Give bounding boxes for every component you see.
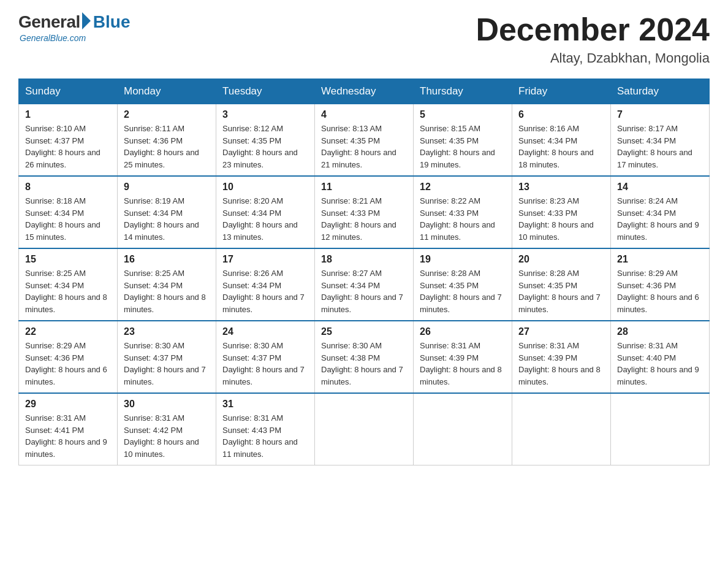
day-info: Sunrise: 8:25 AMSunset: 4:34 PMDaylight:… — [124, 267, 210, 315]
day-number: 25 — [321, 326, 407, 337]
page-header: General Blue GeneralBlue.com December 20… — [18, 12, 710, 66]
day-number: 28 — [617, 326, 703, 337]
day-cell — [512, 393, 611, 465]
weekday-header-saturday: Saturday — [611, 79, 710, 104]
day-info: Sunrise: 8:29 AMSunset: 4:36 PMDaylight:… — [617, 267, 703, 315]
day-cell: 30 Sunrise: 8:31 AMSunset: 4:42 PMDaylig… — [118, 393, 216, 465]
week-row-4: 22 Sunrise: 8:29 AMSunset: 4:36 PMDaylig… — [19, 321, 710, 393]
day-info: Sunrise: 8:31 AMSunset: 4:41 PMDaylight:… — [25, 412, 111, 460]
day-cell: 29 Sunrise: 8:31 AMSunset: 4:41 PMDaylig… — [19, 393, 118, 465]
day-info: Sunrise: 8:31 AMSunset: 4:39 PMDaylight:… — [420, 340, 506, 388]
day-cell: 12 Sunrise: 8:22 AMSunset: 4:33 PMDaylig… — [414, 176, 512, 248]
day-cell: 10 Sunrise: 8:20 AMSunset: 4:34 PMDaylig… — [216, 176, 315, 248]
day-info: Sunrise: 8:24 AMSunset: 4:34 PMDaylight:… — [617, 195, 703, 243]
day-info: Sunrise: 8:30 AMSunset: 4:37 PMDaylight:… — [124, 340, 210, 388]
day-cell: 3 Sunrise: 8:12 AMSunset: 4:35 PMDayligh… — [216, 104, 315, 177]
day-number: 30 — [124, 399, 210, 410]
day-info: Sunrise: 8:10 AMSunset: 4:37 PMDaylight:… — [25, 123, 111, 170]
day-info: Sunrise: 8:31 AMSunset: 4:42 PMDaylight:… — [124, 412, 210, 460]
day-cell: 24 Sunrise: 8:30 AMSunset: 4:37 PMDaylig… — [216, 321, 315, 393]
day-info: Sunrise: 8:31 AMSunset: 4:43 PMDaylight:… — [222, 412, 308, 460]
logo-blue-text: Blue — [93, 12, 131, 32]
day-cell: 27 Sunrise: 8:31 AMSunset: 4:39 PMDaylig… — [512, 321, 611, 393]
day-cell: 22 Sunrise: 8:29 AMSunset: 4:36 PMDaylig… — [19, 321, 118, 393]
day-cell: 14 Sunrise: 8:24 AMSunset: 4:34 PMDaylig… — [611, 176, 710, 248]
day-info: Sunrise: 8:23 AMSunset: 4:33 PMDaylight:… — [518, 195, 604, 243]
day-number: 24 — [222, 326, 308, 337]
day-cell: 31 Sunrise: 8:31 AMSunset: 4:43 PMDaylig… — [216, 393, 315, 465]
day-number: 31 — [222, 399, 308, 410]
month-title: December 2024 — [476, 12, 710, 47]
day-number: 4 — [321, 109, 407, 120]
day-number: 21 — [617, 254, 703, 265]
day-number: 8 — [25, 182, 111, 193]
day-cell — [611, 393, 710, 465]
day-info: Sunrise: 8:21 AMSunset: 4:33 PMDaylight:… — [321, 195, 407, 243]
day-info: Sunrise: 8:16 AMSunset: 4:34 PMDaylight:… — [518, 123, 604, 170]
day-cell: 28 Sunrise: 8:31 AMSunset: 4:40 PMDaylig… — [611, 321, 710, 393]
day-number: 16 — [124, 254, 210, 265]
day-cell: 15 Sunrise: 8:25 AMSunset: 4:34 PMDaylig… — [19, 248, 118, 321]
day-cell: 9 Sunrise: 8:19 AMSunset: 4:34 PMDayligh… — [118, 176, 216, 248]
day-number: 12 — [420, 182, 506, 193]
day-number: 29 — [25, 399, 111, 410]
day-cell: 25 Sunrise: 8:30 AMSunset: 4:38 PMDaylig… — [315, 321, 414, 393]
day-number: 1 — [25, 109, 111, 120]
location-title: Altay, Dzabkhan, Mongolia — [476, 50, 710, 66]
day-number: 17 — [222, 254, 308, 265]
day-info: Sunrise: 8:15 AMSunset: 4:35 PMDaylight:… — [420, 123, 506, 170]
day-cell: 4 Sunrise: 8:13 AMSunset: 4:35 PMDayligh… — [315, 104, 414, 177]
day-number: 20 — [518, 254, 604, 265]
day-info: Sunrise: 8:11 AMSunset: 4:36 PMDaylight:… — [124, 123, 210, 170]
title-section: December 2024 Altay, Dzabkhan, Mongolia — [476, 12, 710, 66]
day-cell: 17 Sunrise: 8:26 AMSunset: 4:34 PMDaylig… — [216, 248, 315, 321]
day-number: 19 — [420, 254, 506, 265]
day-number: 9 — [124, 182, 210, 193]
day-cell: 18 Sunrise: 8:27 AMSunset: 4:34 PMDaylig… — [315, 248, 414, 321]
day-info: Sunrise: 8:29 AMSunset: 4:36 PMDaylight:… — [25, 340, 111, 388]
day-info: Sunrise: 8:19 AMSunset: 4:34 PMDaylight:… — [124, 195, 210, 243]
day-info: Sunrise: 8:30 AMSunset: 4:37 PMDaylight:… — [222, 340, 308, 388]
day-number: 27 — [518, 326, 604, 337]
day-cell: 21 Sunrise: 8:29 AMSunset: 4:36 PMDaylig… — [611, 248, 710, 321]
day-cell: 19 Sunrise: 8:28 AMSunset: 4:35 PMDaylig… — [414, 248, 512, 321]
logo-general-text: General — [18, 12, 80, 32]
week-row-2: 8 Sunrise: 8:18 AMSunset: 4:34 PMDayligh… — [19, 176, 710, 248]
weekday-header-monday: Monday — [118, 79, 216, 104]
day-info: Sunrise: 8:12 AMSunset: 4:35 PMDaylight:… — [222, 123, 308, 170]
weekday-header-thursday: Thursday — [414, 79, 512, 104]
day-cell: 5 Sunrise: 8:15 AMSunset: 4:35 PMDayligh… — [414, 104, 512, 177]
day-number: 26 — [420, 326, 506, 337]
day-number: 3 — [222, 109, 308, 120]
day-info: Sunrise: 8:28 AMSunset: 4:35 PMDaylight:… — [518, 267, 604, 315]
day-number: 13 — [518, 182, 604, 193]
day-info: Sunrise: 8:20 AMSunset: 4:34 PMDaylight:… — [222, 195, 308, 243]
day-cell: 8 Sunrise: 8:18 AMSunset: 4:34 PMDayligh… — [19, 176, 118, 248]
day-number: 5 — [420, 109, 506, 120]
weekday-header-sunday: Sunday — [19, 79, 118, 104]
day-number: 11 — [321, 182, 407, 193]
logo: General Blue GeneralBlue.com — [18, 12, 130, 43]
weekday-header-row: SundayMondayTuesdayWednesdayThursdayFrid… — [19, 79, 710, 104]
day-cell: 11 Sunrise: 8:21 AMSunset: 4:33 PMDaylig… — [315, 176, 414, 248]
day-cell: 23 Sunrise: 8:30 AMSunset: 4:37 PMDaylig… — [118, 321, 216, 393]
day-cell — [315, 393, 414, 465]
day-number: 22 — [25, 326, 111, 337]
day-info: Sunrise: 8:28 AMSunset: 4:35 PMDaylight:… — [420, 267, 506, 315]
calendar-table: SundayMondayTuesdayWednesdayThursdayFrid… — [18, 79, 710, 465]
day-cell: 16 Sunrise: 8:25 AMSunset: 4:34 PMDaylig… — [118, 248, 216, 321]
logo-tagline: GeneralBlue.com — [20, 33, 86, 43]
weekday-header-tuesday: Tuesday — [216, 79, 315, 104]
day-number: 14 — [617, 182, 703, 193]
day-number: 2 — [124, 109, 210, 120]
day-cell: 7 Sunrise: 8:17 AMSunset: 4:34 PMDayligh… — [611, 104, 710, 177]
week-row-3: 15 Sunrise: 8:25 AMSunset: 4:34 PMDaylig… — [19, 248, 710, 321]
day-number: 7 — [617, 109, 703, 120]
day-cell: 1 Sunrise: 8:10 AMSunset: 4:37 PMDayligh… — [19, 104, 118, 177]
day-number: 23 — [124, 326, 210, 337]
weekday-header-wednesday: Wednesday — [315, 79, 414, 104]
day-info: Sunrise: 8:26 AMSunset: 4:34 PMDaylight:… — [222, 267, 308, 315]
day-number: 10 — [222, 182, 308, 193]
day-cell: 26 Sunrise: 8:31 AMSunset: 4:39 PMDaylig… — [414, 321, 512, 393]
day-cell: 20 Sunrise: 8:28 AMSunset: 4:35 PMDaylig… — [512, 248, 611, 321]
